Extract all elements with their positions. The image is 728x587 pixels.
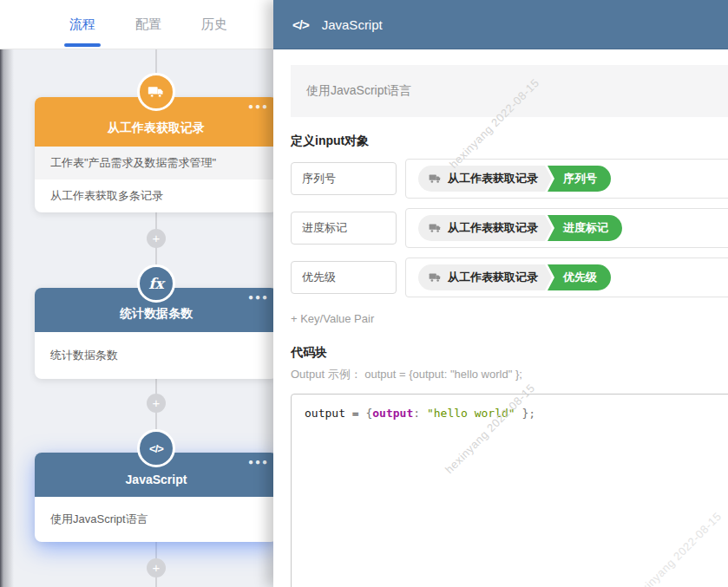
node-menu-icon[interactable]: ●●● (248, 292, 269, 302)
active-tab-underline (64, 43, 101, 47)
input-row-serial: 从工作表获取记录 序列号 (291, 159, 728, 199)
code-token-colon: : (413, 407, 420, 420)
node-javascript-title: JavaScript (126, 473, 187, 486)
node-get-records-title: 从工作表获取记录 (108, 121, 205, 136)
input-row-progress: 从工作表获取记录 进度标记 (291, 208, 728, 248)
pill-source: 从工作表获取记录 (418, 166, 552, 192)
code-icon-glyph: </> (149, 442, 163, 455)
node-description-text: 使用JavaScript语言 (306, 83, 411, 99)
fx-icon-glyph: fx (148, 275, 163, 292)
flow-canvas: 从工作表获取记录 ●●● 工作表"产品需求及数据需求管理" 从工作表获取多条记录… (0, 49, 273, 587)
tab-flow[interactable]: 流程 (69, 0, 95, 49)
panel-title: JavaScript (322, 17, 383, 32)
workflow-builder-screen: 流程 配置 历史 从工作表获取记录 ●●● 工作表"产品需 (0, 0, 728, 587)
tab-config[interactable]: 配置 (135, 0, 161, 49)
value-box-serial[interactable]: 从工作表获取记录 序列号 (405, 159, 728, 199)
pill-source-label: 从工作表获取记录 (448, 171, 538, 186)
tab-history[interactable]: 历史 (201, 0, 227, 49)
tab-flow-label: 流程 (69, 16, 95, 33)
code-token-key: output (372, 407, 413, 420)
input-object-heading: 定义input对象 (291, 134, 369, 149)
panel-header: </> JavaScript (273, 0, 728, 49)
code-token-lhs: output (305, 407, 345, 420)
fx-icon: fx (137, 264, 175, 303)
code-editor[interactable]: output = {output: "hello world" }; (291, 394, 728, 587)
tab-config-label: 配置 (135, 16, 161, 33)
node-row-js-desc: 使用JavaScript语言 (35, 497, 278, 542)
key-input-priority[interactable] (291, 261, 397, 294)
pill-field-label: 进度标记 (548, 215, 622, 241)
value-box-progress[interactable]: 从工作表获取记录 进度标记 (405, 208, 728, 248)
truck-icon (429, 173, 442, 185)
node-menu-icon[interactable]: ●●● (248, 457, 269, 466)
node-count-records-title: 统计数据条数 (120, 306, 193, 322)
left-edge-shadow (0, 49, 14, 587)
field-pill-serial[interactable]: 从工作表获取记录 序列号 (418, 166, 611, 192)
pill-source: 从工作表获取记录 (418, 215, 552, 241)
code-token-string: "hello world" (427, 407, 515, 420)
tab-bar: 流程 配置 历史 (0, 0, 273, 49)
tab-history-label: 历史 (201, 16, 227, 33)
code-icon: </> (137, 429, 175, 467)
add-key-value-link[interactable]: + Key/Value Pair (291, 312, 374, 325)
add-step-button[interactable]: + (147, 394, 166, 413)
pill-field-label: 优先级 (548, 264, 611, 290)
code-icon: </> (292, 17, 309, 32)
field-pill-progress[interactable]: 从工作表获取记录 进度标记 (418, 215, 622, 241)
key-input-progress[interactable] (291, 212, 397, 245)
pill-field-label: 序列号 (548, 166, 611, 192)
truck-icon (429, 223, 442, 234)
node-config-panel: </> JavaScript 使用JavaScript语言 定义input对象 (273, 0, 728, 587)
truck-icon (137, 73, 175, 111)
add-step-button[interactable]: + (147, 229, 166, 248)
code-line: output = {output: "hello world" }; (292, 395, 728, 420)
truck-icon-svg (148, 83, 165, 101)
pill-source-label: 从工作表获取记录 (448, 270, 538, 285)
code-block-heading: 代码块 (291, 345, 327, 361)
field-pill-priority[interactable]: 从工作表获取记录 优先级 (418, 264, 611, 290)
node-row-count: 统计数据条数 (35, 332, 278, 379)
value-box-priority[interactable]: 从工作表获取记录 优先级 (405, 258, 728, 297)
input-row-priority: 从工作表获取记录 优先级 (291, 258, 728, 297)
node-row-worksheet: 工作表"产品需求及数据需求管理" (35, 147, 278, 179)
code-token-eq: = (352, 407, 359, 420)
pill-source: 从工作表获取记录 (418, 264, 552, 290)
code-token-semicolon: ; (528, 407, 535, 420)
node-get-records[interactable]: 从工作表获取记录 ●●● 工作表"产品需求及数据需求管理" 从工作表获取多条记录 (35, 97, 278, 212)
key-input-serial[interactable] (291, 162, 397, 195)
node-menu-icon[interactable]: ●●● (248, 101, 269, 111)
panel-body: 使用JavaScript语言 定义input对象 (273, 49, 728, 587)
add-step-button[interactable]: + (147, 558, 166, 577)
pill-source-label: 从工作表获取记录 (448, 220, 538, 236)
node-row-action: 从工作表获取多条记录 (35, 179, 278, 212)
output-example-hint: Output 示例： output = {output: "hello worl… (291, 367, 522, 382)
truck-icon (429, 272, 442, 284)
input-rows: 从工作表获取记录 序列号 (291, 159, 728, 307)
node-description-box: 使用JavaScript语言 (291, 65, 728, 117)
